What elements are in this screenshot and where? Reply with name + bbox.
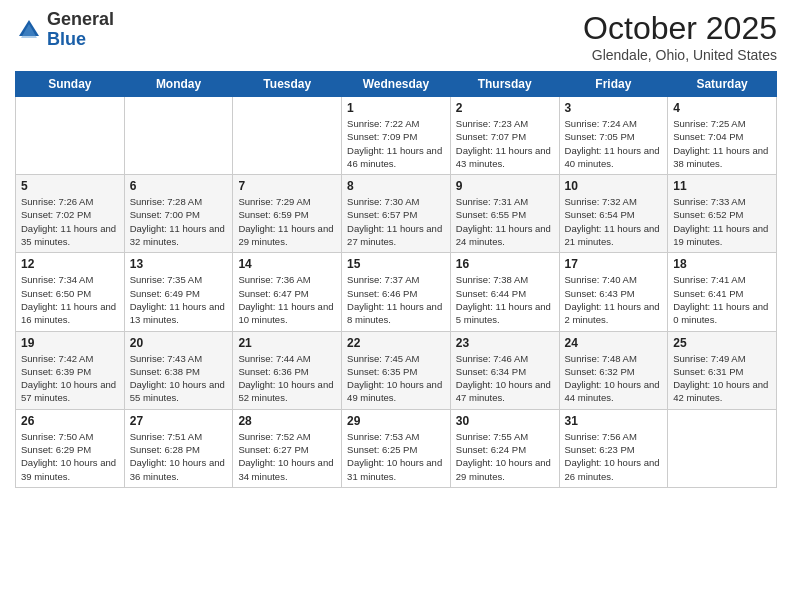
location-subtitle: Glendale, Ohio, United States xyxy=(583,47,777,63)
table-row: 30Sunrise: 7:55 AMSunset: 6:24 PMDayligh… xyxy=(450,409,559,487)
day-number: 15 xyxy=(347,257,445,271)
day-number: 1 xyxy=(347,101,445,115)
day-info: Sunrise: 7:45 AMSunset: 6:35 PMDaylight:… xyxy=(347,352,445,405)
day-info: Sunrise: 7:42 AMSunset: 6:39 PMDaylight:… xyxy=(21,352,119,405)
col-saturday: Saturday xyxy=(668,72,777,97)
table-row: 21Sunrise: 7:44 AMSunset: 6:36 PMDayligh… xyxy=(233,331,342,409)
day-info: Sunrise: 7:25 AMSunset: 7:04 PMDaylight:… xyxy=(673,117,771,170)
table-row: 9Sunrise: 7:31 AMSunset: 6:55 PMDaylight… xyxy=(450,175,559,253)
day-number: 12 xyxy=(21,257,119,271)
table-row: 3Sunrise: 7:24 AMSunset: 7:05 PMDaylight… xyxy=(559,97,668,175)
day-number: 13 xyxy=(130,257,228,271)
table-row xyxy=(16,97,125,175)
table-row: 28Sunrise: 7:52 AMSunset: 6:27 PMDayligh… xyxy=(233,409,342,487)
day-number: 18 xyxy=(673,257,771,271)
table-row: 13Sunrise: 7:35 AMSunset: 6:49 PMDayligh… xyxy=(124,253,233,331)
day-info: Sunrise: 7:30 AMSunset: 6:57 PMDaylight:… xyxy=(347,195,445,248)
day-number: 25 xyxy=(673,336,771,350)
header: General Blue October 2025 Glendale, Ohio… xyxy=(15,10,777,63)
day-info: Sunrise: 7:22 AMSunset: 7:09 PMDaylight:… xyxy=(347,117,445,170)
day-info: Sunrise: 7:24 AMSunset: 7:05 PMDaylight:… xyxy=(565,117,663,170)
table-row: 10Sunrise: 7:32 AMSunset: 6:54 PMDayligh… xyxy=(559,175,668,253)
calendar-week-row: 26Sunrise: 7:50 AMSunset: 6:29 PMDayligh… xyxy=(16,409,777,487)
day-number: 4 xyxy=(673,101,771,115)
day-info: Sunrise: 7:23 AMSunset: 7:07 PMDaylight:… xyxy=(456,117,554,170)
day-info: Sunrise: 7:41 AMSunset: 6:41 PMDaylight:… xyxy=(673,273,771,326)
logo-icon xyxy=(15,16,43,44)
col-sunday: Sunday xyxy=(16,72,125,97)
table-row: 18Sunrise: 7:41 AMSunset: 6:41 PMDayligh… xyxy=(668,253,777,331)
col-friday: Friday xyxy=(559,72,668,97)
day-number: 31 xyxy=(565,414,663,428)
day-number: 23 xyxy=(456,336,554,350)
day-info: Sunrise: 7:28 AMSunset: 7:00 PMDaylight:… xyxy=(130,195,228,248)
col-thursday: Thursday xyxy=(450,72,559,97)
day-info: Sunrise: 7:53 AMSunset: 6:25 PMDaylight:… xyxy=(347,430,445,483)
day-number: 29 xyxy=(347,414,445,428)
day-number: 10 xyxy=(565,179,663,193)
day-info: Sunrise: 7:33 AMSunset: 6:52 PMDaylight:… xyxy=(673,195,771,248)
day-info: Sunrise: 7:40 AMSunset: 6:43 PMDaylight:… xyxy=(565,273,663,326)
day-number: 7 xyxy=(238,179,336,193)
col-monday: Monday xyxy=(124,72,233,97)
day-number: 21 xyxy=(238,336,336,350)
day-number: 16 xyxy=(456,257,554,271)
table-row xyxy=(233,97,342,175)
day-number: 22 xyxy=(347,336,445,350)
day-number: 30 xyxy=(456,414,554,428)
day-number: 28 xyxy=(238,414,336,428)
table-row: 26Sunrise: 7:50 AMSunset: 6:29 PMDayligh… xyxy=(16,409,125,487)
day-info: Sunrise: 7:48 AMSunset: 6:32 PMDaylight:… xyxy=(565,352,663,405)
calendar-week-row: 5Sunrise: 7:26 AMSunset: 7:02 PMDaylight… xyxy=(16,175,777,253)
day-info: Sunrise: 7:26 AMSunset: 7:02 PMDaylight:… xyxy=(21,195,119,248)
day-info: Sunrise: 7:32 AMSunset: 6:54 PMDaylight:… xyxy=(565,195,663,248)
day-number: 14 xyxy=(238,257,336,271)
day-info: Sunrise: 7:36 AMSunset: 6:47 PMDaylight:… xyxy=(238,273,336,326)
table-row xyxy=(668,409,777,487)
day-info: Sunrise: 7:50 AMSunset: 6:29 PMDaylight:… xyxy=(21,430,119,483)
table-row: 24Sunrise: 7:48 AMSunset: 6:32 PMDayligh… xyxy=(559,331,668,409)
col-tuesday: Tuesday xyxy=(233,72,342,97)
day-number: 8 xyxy=(347,179,445,193)
day-number: 11 xyxy=(673,179,771,193)
day-number: 24 xyxy=(565,336,663,350)
day-info: Sunrise: 7:35 AMSunset: 6:49 PMDaylight:… xyxy=(130,273,228,326)
day-number: 2 xyxy=(456,101,554,115)
calendar-week-row: 19Sunrise: 7:42 AMSunset: 6:39 PMDayligh… xyxy=(16,331,777,409)
day-info: Sunrise: 7:38 AMSunset: 6:44 PMDaylight:… xyxy=(456,273,554,326)
day-number: 9 xyxy=(456,179,554,193)
table-row: 5Sunrise: 7:26 AMSunset: 7:02 PMDaylight… xyxy=(16,175,125,253)
table-row xyxy=(124,97,233,175)
table-row: 31Sunrise: 7:56 AMSunset: 6:23 PMDayligh… xyxy=(559,409,668,487)
logo-text: General Blue xyxy=(47,10,114,50)
title-area: October 2025 Glendale, Ohio, United Stat… xyxy=(583,10,777,63)
day-info: Sunrise: 7:29 AMSunset: 6:59 PMDaylight:… xyxy=(238,195,336,248)
day-number: 26 xyxy=(21,414,119,428)
table-row: 29Sunrise: 7:53 AMSunset: 6:25 PMDayligh… xyxy=(342,409,451,487)
logo: General Blue xyxy=(15,10,114,50)
table-row: 23Sunrise: 7:46 AMSunset: 6:34 PMDayligh… xyxy=(450,331,559,409)
table-row: 11Sunrise: 7:33 AMSunset: 6:52 PMDayligh… xyxy=(668,175,777,253)
day-info: Sunrise: 7:44 AMSunset: 6:36 PMDaylight:… xyxy=(238,352,336,405)
day-number: 3 xyxy=(565,101,663,115)
table-row: 6Sunrise: 7:28 AMSunset: 7:00 PMDaylight… xyxy=(124,175,233,253)
day-number: 27 xyxy=(130,414,228,428)
table-row: 19Sunrise: 7:42 AMSunset: 6:39 PMDayligh… xyxy=(16,331,125,409)
logo-blue: Blue xyxy=(47,29,86,49)
day-info: Sunrise: 7:52 AMSunset: 6:27 PMDaylight:… xyxy=(238,430,336,483)
table-row: 7Sunrise: 7:29 AMSunset: 6:59 PMDaylight… xyxy=(233,175,342,253)
day-info: Sunrise: 7:56 AMSunset: 6:23 PMDaylight:… xyxy=(565,430,663,483)
day-info: Sunrise: 7:34 AMSunset: 6:50 PMDaylight:… xyxy=(21,273,119,326)
table-row: 20Sunrise: 7:43 AMSunset: 6:38 PMDayligh… xyxy=(124,331,233,409)
table-row: 4Sunrise: 7:25 AMSunset: 7:04 PMDaylight… xyxy=(668,97,777,175)
table-row: 25Sunrise: 7:49 AMSunset: 6:31 PMDayligh… xyxy=(668,331,777,409)
calendar: Sunday Monday Tuesday Wednesday Thursday… xyxy=(15,71,777,488)
day-info: Sunrise: 7:46 AMSunset: 6:34 PMDaylight:… xyxy=(456,352,554,405)
table-row: 27Sunrise: 7:51 AMSunset: 6:28 PMDayligh… xyxy=(124,409,233,487)
day-number: 5 xyxy=(21,179,119,193)
table-row: 14Sunrise: 7:36 AMSunset: 6:47 PMDayligh… xyxy=(233,253,342,331)
table-row: 17Sunrise: 7:40 AMSunset: 6:43 PMDayligh… xyxy=(559,253,668,331)
table-row: 16Sunrise: 7:38 AMSunset: 6:44 PMDayligh… xyxy=(450,253,559,331)
calendar-header-row: Sunday Monday Tuesday Wednesday Thursday… xyxy=(16,72,777,97)
day-info: Sunrise: 7:51 AMSunset: 6:28 PMDaylight:… xyxy=(130,430,228,483)
